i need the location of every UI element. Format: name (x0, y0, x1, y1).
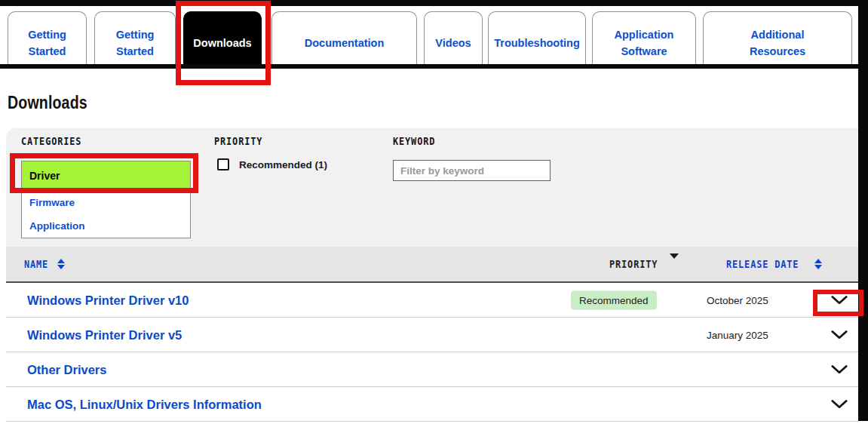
categories-label: CATEGORIES (21, 135, 81, 147)
download-item-link[interactable]: Other Drivers (27, 362, 106, 376)
tab-label: Documentation (305, 37, 385, 49)
category-application[interactable]: Application (22, 214, 190, 238)
chevron-down-icon (831, 364, 848, 374)
right-black-bar (858, 0, 868, 421)
categories-list: Driver Firmware Application (21, 161, 191, 238)
recommended-checkbox-label: Recommended (1) (239, 159, 327, 170)
expand-row-button[interactable] (828, 292, 851, 308)
chevron-down-icon (831, 399, 848, 409)
release-date-value: October 2025 (707, 294, 768, 306)
expand-row-button[interactable] (828, 361, 851, 377)
tab-bar-underline (0, 64, 868, 69)
expand-row-button[interactable] (828, 327, 851, 343)
chevron-down-icon (831, 295, 848, 305)
tab-troubleshooting[interactable]: Troubleshooting (488, 11, 586, 65)
table-row: Windows Printer Driver v5 January 2025 (6, 318, 858, 352)
tab-label: Videos (435, 37, 471, 49)
downloads-table-header: NAME PRIORITY RELEASE DATE (6, 247, 858, 283)
support-downloads-page: Getting Started Getting Started Download… (0, 0, 868, 427)
tab-documentation[interactable]: Documentation (271, 11, 417, 65)
page-title: Downloads (8, 93, 87, 113)
dropdown-arrow-icon (670, 259, 679, 270)
tab-label: Additional Resources (750, 29, 805, 57)
category-driver[interactable]: Driver (22, 161, 190, 191)
release-date-value: January 2025 (707, 329, 768, 340)
tab-label: Application Software (615, 29, 674, 57)
category-firmware[interactable]: Firmware (22, 191, 190, 214)
download-item-link[interactable]: Mac OS, Linux/Unix Drivers Information (27, 397, 262, 411)
download-item-link[interactable]: Windows Printer Driver v5 (27, 327, 182, 342)
tab-additional-resources[interactable]: Additional Resources (703, 11, 852, 65)
keyword-label: KEYWORD (393, 135, 435, 147)
release-date-header-label: RELEASE DATE (726, 258, 799, 270)
table-row: Windows Printer Driver v10 Recommended O… (6, 283, 858, 318)
table-row: Mac OS, Linux/Unix Drivers Information (6, 387, 858, 422)
priority-filter-header[interactable]: PRIORITY (609, 258, 679, 270)
tab-label: Getting Started (28, 29, 66, 57)
name-header-label: NAME (24, 258, 48, 270)
table-row: Other Drivers (6, 352, 858, 387)
tab-label: Troubleshooting (494, 37, 580, 49)
tab-videos[interactable]: Videos (424, 11, 483, 65)
recommended-badge: Recommended (571, 290, 657, 309)
tab-label: Getting Started (116, 29, 155, 57)
keyword-filter-input[interactable] (393, 160, 551, 181)
chevron-down-icon (831, 330, 848, 339)
tab-getting-started-2[interactable]: Getting Started (94, 11, 176, 65)
sort-by-name-header[interactable]: NAME (24, 258, 65, 270)
priority-header-label: PRIORITY (609, 258, 658, 270)
tab-downloads[interactable]: Downloads (183, 11, 262, 65)
priority-filter-group: Recommended (1) (217, 158, 327, 170)
filter-panel: CATEGORIES Driver Firmware Application P… (6, 128, 858, 247)
priority-label: PRIORITY (214, 135, 262, 147)
recommended-checkbox[interactable] (217, 158, 229, 170)
download-item-link[interactable]: Windows Printer Driver v10 (27, 293, 189, 307)
sort-by-release-date-header[interactable]: RELEASE DATE (726, 258, 822, 270)
sort-arrows-icon (814, 259, 822, 269)
tab-application-software[interactable]: Application Software (592, 11, 696, 65)
tab-label: Downloads (193, 37, 251, 49)
expand-row-button[interactable] (828, 396, 851, 412)
top-black-bar (0, 0, 868, 6)
tab-getting-started-1[interactable]: Getting Started (8, 11, 87, 65)
sort-arrows-icon (57, 259, 65, 269)
